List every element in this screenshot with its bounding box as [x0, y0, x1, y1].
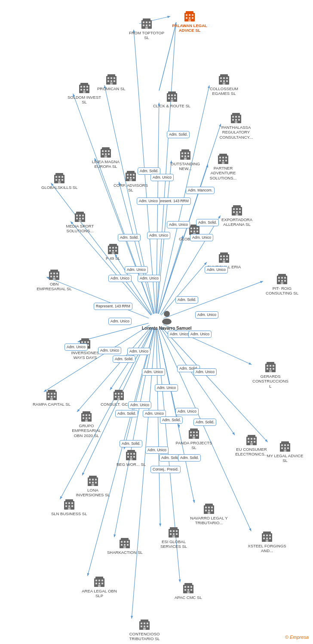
role-badge-11[interactable]: Adm. Unico [205, 266, 228, 273]
svg-rect-19 [145, 27, 148, 29]
company-node-contencioso[interactable]: CONTENCIOSO TRIBUTARIO SL [125, 619, 164, 641]
svg-rect-217 [85, 419, 88, 422]
role-badge-17[interactable]: Adm. Unico [195, 311, 218, 319]
svg-rect-247 [89, 479, 91, 480]
role-badge-7[interactable]: Adm. Unico [167, 221, 190, 228]
role-badge-20[interactable]: Adm. Unico [98, 347, 121, 354]
role-badge-30[interactable]: Adm. Solid. [115, 410, 138, 417]
company-node-clickroute[interactable]: CLICK & ROUTE SL [153, 91, 190, 108]
role-badge-8[interactable]: Adm. Solid. [118, 234, 141, 241]
role-badge-6[interactable]: Adm. Unico [137, 197, 160, 205]
role-badge-10[interactable]: Adm. Unico [190, 234, 213, 241]
role-badge-34[interactable]: Adm. Solid. [193, 419, 216, 426]
role-badge-21[interactable]: Adm. Solid. [113, 355, 135, 363]
company-node-pit_roig[interactable]: PIT- ROIG CONSULTING SL [263, 273, 301, 296]
building-icon [125, 170, 137, 182]
company-node-globalskills[interactable]: GLOBALSKILLS SL [41, 172, 78, 190]
svg-rect-135 [196, 231, 198, 232]
svg-rect-268 [65, 505, 67, 507]
company-node-outstanding[interactable]: OUTSTANDING NEW... [166, 149, 205, 171]
svg-rect-85 [219, 157, 221, 158]
role-badge-9[interactable]: Adm. Unico [147, 232, 170, 239]
svg-rect-331 [141, 626, 142, 627]
role-badge-0[interactable]: Adm. Solid. [167, 131, 190, 138]
company-label: FROM TOPTOTOP SL [127, 30, 166, 40]
company-label: RAMPA CAPITAL SL [33, 402, 71, 407]
svg-rect-89 [222, 160, 224, 161]
company-node-apac_cmc[interactable]: APAC CMC SL [175, 582, 202, 600]
company-node-panda_projects[interactable]: PANDA PROJECTS SL [175, 428, 213, 450]
role-badge-35[interactable]: Adm. Solid. [120, 440, 142, 447]
company-node-rampa_capital[interactable]: RAMPA CAPITAL SL [33, 389, 71, 407]
company-node-grupo_obn[interactable]: GRUPO EMPRESARIAL OBN 2020 SL [67, 410, 106, 438]
company-node-palawan[interactable]: PALAWAN LEGAL ADVICE SL [170, 10, 209, 33]
role-badge-19[interactable]: Adm. Unico [64, 343, 88, 351]
person-icon [159, 309, 175, 325]
svg-rect-193 [48, 393, 49, 395]
role-badge-24[interactable]: Adm. Unico [188, 331, 212, 338]
company-node-collosseum[interactable]: COLLOSSEUM EGAMES SL [205, 73, 243, 96]
company-node-exportadora[interactable]: EXPORTADORA ALLERANA SL [218, 204, 256, 227]
company-label: MY LEGAL ADVICE SL [266, 453, 304, 463]
role-badge-15[interactable]: Adm. Unico [108, 275, 132, 282]
company-node-linea_magna[interactable]: LINEA MAGNA EUROPA SL [86, 146, 125, 169]
svg-rect-22 [107, 77, 109, 79]
company-node-area_legal[interactable]: AREA LEGAL OBN SLP [80, 576, 119, 598]
company-node-lona_inversiones[interactable]: LONA INVERSIONES SL [74, 475, 112, 498]
role-badge-28[interactable]: Adm. Unico [155, 384, 178, 392]
role-badge-12[interactable]: Adm. Unico [125, 266, 148, 273]
role-badge-3[interactable]: Adm. Mancom. [186, 187, 215, 194]
company-node-sln_business[interactable]: SLN BUSINESS SL [51, 498, 87, 516]
role-badge-32[interactable]: Adm. Solid. [160, 416, 183, 424]
svg-rect-186 [273, 365, 274, 367]
role-badge-33[interactable]: Adm. Unico [175, 408, 199, 415]
svg-rect-123 [82, 215, 84, 216]
company-label: LINEA MAGNA EUROPA SL [86, 159, 125, 169]
svg-rect-296 [124, 544, 126, 546]
building-icon [105, 73, 117, 85]
company-node-navarro_legal[interactable]: NAVARRO LEGAL Y TRIBUTARIO... [190, 503, 228, 526]
svg-rect-160 [278, 280, 280, 282]
company-node-xsteel[interactable]: XSTEEL FORGINGS AND... [248, 531, 286, 553]
company-node-esi_global[interactable]: ESI GLOBAL SERVICES SL [154, 526, 193, 549]
role-badge-4[interactable]: Adm. Solid. [196, 219, 219, 226]
role-badge-27[interactable]: Adm. Unico [142, 368, 165, 376]
company-node-obn_empresarial[interactable]: OBN EMPRESARIAL SL [35, 269, 74, 292]
role-badge-38[interactable]: Consej.. Presid. [150, 466, 181, 473]
role-badge-18[interactable]: Adm. Unico [108, 318, 132, 325]
copyright-text: © Empresa [285, 635, 309, 640]
company-node-p49[interactable]: P 49 SL [106, 243, 120, 261]
svg-rect-238 [281, 444, 283, 446]
company-node-panthalassa[interactable]: PANTHALASSA REGULATORY CONSULTANCY... [217, 112, 255, 140]
role-badge-36[interactable]: Adm. Unico [145, 447, 169, 454]
role-badge-39[interactable]: Adm. Solid. [178, 454, 201, 462]
building-icon [93, 576, 105, 588]
role-badge-23[interactable]: Adm. Unico [168, 331, 191, 338]
role-badge-2[interactable]: Adm. Unico [150, 174, 174, 181]
company-node-sharkaction[interactable]: SHARKACTION SL [107, 537, 143, 555]
role-badge-29[interactable]: Adm. Unico [128, 401, 151, 409]
role-badge-16[interactable]: Adm. Solid. [175, 296, 198, 304]
svg-rect-312 [101, 580, 103, 581]
center-person-node[interactable]: Lorente Navarro Samuel [142, 309, 192, 331]
company-node-my_legal[interactable]: MY LEGAL ADVICE SL [266, 440, 304, 463]
company-node-gerards[interactable]: GERARDS CONSTRUCCIONS L [251, 361, 290, 389]
company-label: PIT- ROIG CONSULTING SL [263, 286, 301, 296]
svg-rect-251 [92, 482, 94, 483]
svg-rect-246 [89, 476, 97, 478]
role-badge-13[interactable]: Adm. Unico [138, 275, 161, 282]
company-node-soldom[interactable]: SOLDOM INVEST SL [65, 82, 104, 105]
svg-rect-9 [192, 17, 193, 19]
company-node-partner_adventure[interactable]: PARTNER ADVENTURE SOLUTIONS... [204, 153, 242, 180]
company-node-beg_wor[interactable]: BEG WOR... SL [117, 449, 146, 467]
company-node-fromtoptotop[interactable]: FROM TOPTOTOP SL [127, 18, 166, 40]
role-badge-26[interactable]: Adm. Unico [193, 368, 217, 376]
svg-rect-159 [284, 277, 286, 279]
company-node-media_sport[interactable]: MEDIA SPORT SOLUTIONS... [61, 211, 99, 234]
role-badge-22[interactable]: Adm. Unico [127, 348, 150, 355]
building-icon [74, 211, 86, 223]
svg-rect-321 [190, 586, 192, 588]
role-badge-14[interactable]: Represent. 143 RRM [94, 303, 132, 310]
company-node-eu_consumer[interactable]: EU CONSUMER ELECTRONICS... [232, 434, 271, 457]
svg-rect-133 [190, 231, 192, 232]
